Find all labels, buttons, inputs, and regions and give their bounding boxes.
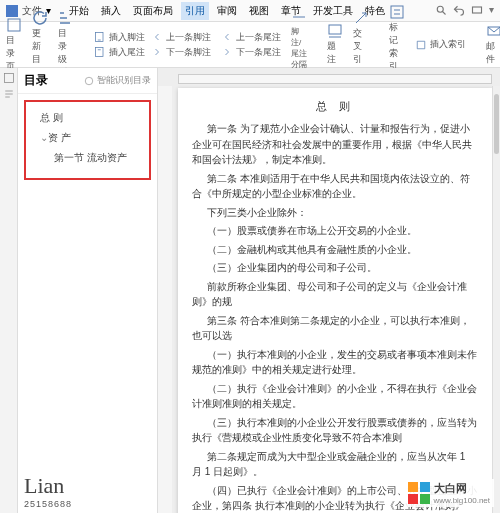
left-gutter bbox=[0, 68, 18, 513]
doc-paragraph: （二）金融机构或其他具有金融性质的小企业。 bbox=[192, 242, 478, 258]
footnote-group: 插入脚注 上一条脚注 插入尾注 下一条脚注 bbox=[94, 31, 211, 59]
scrollbar-thumb[interactable] bbox=[494, 94, 499, 154]
brand-number: 25158688 bbox=[24, 499, 151, 509]
toc-item-label: 资 产 bbox=[48, 132, 71, 143]
scrollbar-vertical[interactable] bbox=[492, 86, 500, 513]
doc-paragraph: （二）执行《企业会计准则》的小企业，不得在执行《企业会计准则准则的相关规定。 bbox=[192, 381, 478, 412]
watermark-name: 大白网 bbox=[434, 481, 490, 496]
document-page: 总 则第一条 为了规范小企业会计确认、计量和报告行为，促进小企业可在国民经济和社… bbox=[178, 88, 492, 513]
caption-button[interactable]: 题注 bbox=[327, 23, 343, 66]
doc-paragraph: 第二条 本准则适用于在中华人民共和国境内依法设立的、符合《中所规定的小型企业标准… bbox=[192, 171, 478, 202]
menu-review[interactable]: 审阅 bbox=[213, 2, 241, 20]
menu-bar: 开始 插入 页面布局 引用 审阅 视图 章节 开发工具 特色 bbox=[65, 2, 389, 20]
svg-point-0 bbox=[437, 6, 443, 12]
caret-down-icon[interactable]: ▾ bbox=[489, 4, 494, 18]
badge-square-icon bbox=[420, 482, 430, 492]
search-icon[interactable] bbox=[435, 4, 447, 18]
brand-block: Lian 25158688 bbox=[18, 463, 157, 513]
svg-point-9 bbox=[85, 77, 93, 85]
badge-square-icon bbox=[408, 494, 418, 504]
doc-heading: 总 则 bbox=[192, 98, 478, 115]
badge-square-icon bbox=[408, 482, 418, 492]
prev-footnote-button[interactable]: 上一条脚注 bbox=[151, 31, 211, 44]
insert-endnote-button[interactable]: 插入尾注 bbox=[94, 46, 145, 59]
smart-toc-button[interactable]: 智能识别目录 bbox=[84, 74, 151, 87]
doc-paragraph: （三）执行本准则的小企业公开发行股票或债券的，应当转为执行《营规模或企业性质变化… bbox=[192, 415, 478, 446]
app-icon bbox=[6, 5, 18, 17]
doc-paragraph: 下列三类小企业除外： bbox=[192, 205, 478, 221]
share-icon[interactable] bbox=[471, 4, 483, 18]
endnote-group: 上一条尾注 下一条尾注 bbox=[221, 31, 281, 59]
toc-item[interactable]: 总 则 bbox=[30, 108, 145, 128]
titlebar-tools: ▾ bbox=[435, 4, 494, 18]
svg-rect-6 bbox=[391, 6, 403, 18]
insert-index-button[interactable]: 插入索引 bbox=[415, 38, 466, 51]
doc-paragraph: 前款所称企业集团、母公司和子公司的定义与《企业会计准则》的规 bbox=[192, 279, 478, 310]
nav-icon[interactable] bbox=[3, 88, 15, 100]
mail-button[interactable]: 邮件 bbox=[486, 23, 500, 66]
doc-paragraph: 第三条 符合本准则第二条规定的小企业，可以执行本准则，也可以选 bbox=[192, 313, 478, 344]
sidebar-title: 目录 bbox=[24, 72, 48, 89]
ruler-vertical bbox=[158, 86, 172, 513]
menu-dev[interactable]: 开发工具 bbox=[309, 2, 357, 20]
svg-rect-5 bbox=[329, 25, 341, 34]
brand-logo: Lian bbox=[24, 473, 151, 499]
doc-paragraph: 第一条 为了规范小企业会计确认、计量和报告行为，促进小企业可在国民经济和社会发展… bbox=[192, 121, 478, 168]
menu-view[interactable]: 视图 bbox=[245, 2, 273, 20]
svg-rect-4 bbox=[96, 48, 104, 57]
doc-paragraph: （三）企业集团内的母公司和子公司。 bbox=[192, 260, 478, 276]
prev-endnote-button[interactable]: 上一条尾注 bbox=[221, 31, 281, 44]
toc-panel: 总 则⌄资 产第一节 流动资产 bbox=[24, 100, 151, 180]
svg-rect-8 bbox=[4, 74, 13, 83]
watermark-url: www.big100.net bbox=[434, 496, 490, 505]
menu-references[interactable]: 引用 bbox=[181, 2, 209, 20]
menu-insert[interactable]: 插入 bbox=[97, 2, 125, 20]
doc-paragraph: （一）股票或债券在市场上公开交易的小企业。 bbox=[192, 223, 478, 239]
svg-rect-1 bbox=[473, 7, 482, 13]
doc-paragraph: 第二条规定而成为大中型企业或金融企业的，应当从次年 1 月 1 日起则》。 bbox=[192, 449, 478, 480]
sidebar: 目录 智能识别目录 总 则⌄资 产第一节 流动资产 Lian 25158688 bbox=[18, 68, 158, 513]
toc-item[interactable]: 第一节 流动资产 bbox=[30, 148, 145, 168]
chevron-down-icon: ⌄ bbox=[40, 132, 48, 143]
watermark-badge: 大白网 www.big100.net bbox=[404, 479, 494, 507]
toc-item[interactable]: ⌄资 产 bbox=[30, 128, 145, 148]
doc-paragraph: （一）执行本准则的小企业，发生的交易或者事项本准则未作规范的准则》中的相关规定进… bbox=[192, 347, 478, 378]
next-endnote-button[interactable]: 下一条尾注 bbox=[221, 46, 281, 59]
toc-item-label: 第一节 流动资产 bbox=[54, 152, 127, 163]
toc-item-label: 总 则 bbox=[40, 112, 63, 123]
page-workspace: 总 则第一条 为了规范小企业会计确认、计量和报告行为，促进小企业可在国民经济和社… bbox=[158, 68, 500, 513]
outline-icon[interactable] bbox=[3, 72, 15, 84]
sidebar-header: 目录 智能识别目录 bbox=[18, 68, 157, 94]
next-footnote-button[interactable]: 下一条脚注 bbox=[151, 46, 211, 59]
menu-layout[interactable]: 页面布局 bbox=[129, 2, 177, 20]
toc-button[interactable]: 目录页 bbox=[6, 17, 22, 73]
svg-rect-2 bbox=[8, 19, 20, 31]
ribbon: 目录页 更新目录 目录级别 插入脚注 上一条脚注 插入尾注 下一条脚注 上一条尾… bbox=[0, 22, 500, 68]
ruler-horizontal bbox=[178, 74, 492, 84]
insert-footnote-button[interactable]: 插入脚注 bbox=[94, 31, 145, 44]
main-area: 目录 智能识别目录 总 则⌄资 产第一节 流动资产 Lian 25158688 … bbox=[0, 68, 500, 513]
undo-icon[interactable] bbox=[453, 4, 465, 18]
title-bar: 文件 ▾ 开始 插入 页面布局 引用 审阅 视图 章节 开发工具 特色 ▾ bbox=[0, 0, 500, 22]
badge-square-icon bbox=[420, 494, 430, 504]
